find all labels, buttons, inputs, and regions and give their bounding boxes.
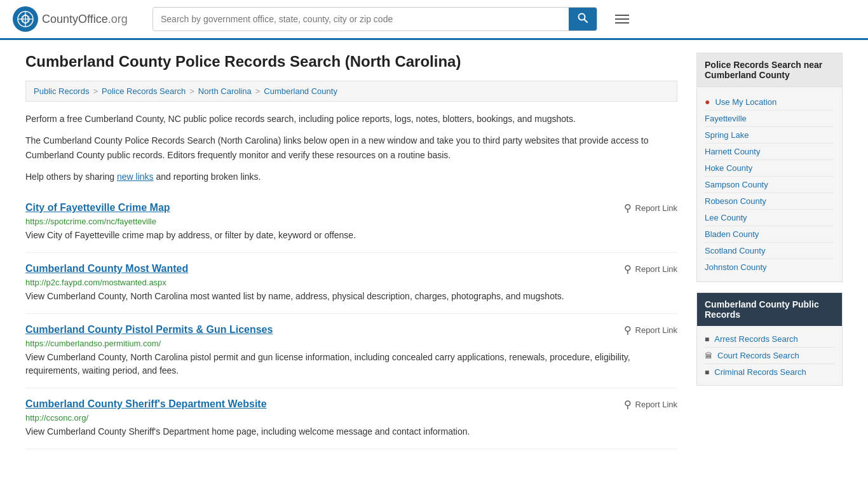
description-3: Help others by sharing new links and rep… — [25, 170, 677, 184]
result-title-2[interactable]: Cumberland County Pistol Permits & Gun L… — [25, 324, 273, 336]
sidebar-record-court[interactable]: 🏛 Court Records Search — [705, 348, 834, 364]
main-container: Cumberland County Police Records Search … — [0, 40, 868, 462]
report-link-btn-1[interactable]: ⚲ Report Link — [624, 263, 677, 275]
court-records-icon: 🏛 — [705, 351, 712, 360]
menu-icon-line1 — [615, 15, 629, 16]
breadcrumb-public-records[interactable]: Public Records — [34, 86, 89, 96]
sidebar-nearby-scotland[interactable]: Scotland County — [705, 243, 834, 259]
result-item-2: Cumberland County Pistol Permits & Gun L… — [25, 314, 677, 388]
result-url-2: https://cumberlandso.permitium.com/ — [25, 339, 677, 348]
sidebar-nearby-fayetteville[interactable]: Fayetteville — [705, 111, 834, 127]
result-desc-0: View City of Fayetteville crime map by a… — [25, 229, 677, 242]
new-links-link[interactable]: new links — [117, 172, 154, 182]
result-desc-1: View Cumberland County, North Carolina m… — [25, 290, 677, 303]
description-1: Perform a free Cumberland County, NC pub… — [25, 112, 677, 126]
menu-icon-line2 — [615, 18, 629, 20]
result-title-3[interactable]: Cumberland County Sheriff's Department W… — [25, 398, 267, 410]
report-icon-2: ⚲ — [624, 324, 632, 336]
content-area: Cumberland County Police Records Search … — [25, 53, 677, 449]
arrest-records-icon: ■ — [705, 335, 709, 344]
sidebar-nearby-bladen[interactable]: Bladen County — [705, 226, 834, 243]
sidebar-nearby-spring-lake[interactable]: Spring Lake — [705, 127, 834, 144]
result-item-1: Cumberland County Most Wanted ⚲ Report L… — [25, 253, 677, 314]
result-url-0: https://spotcrime.com/nc/fayetteville — [25, 217, 677, 226]
result-item-3: Cumberland County Sheriff's Department W… — [25, 388, 677, 449]
result-url-3: http://ccsonc.org/ — [25, 413, 677, 423]
description-2: The Cumberland County Police Records Sea… — [25, 133, 677, 162]
result-title-0[interactable]: City of Fayetteville Crime Map — [25, 202, 170, 214]
report-icon-1: ⚲ — [624, 263, 632, 275]
location-pin-icon: ● — [705, 97, 710, 107]
sidebar-record-criminal[interactable]: ■ Criminal Records Search — [705, 364, 834, 380]
breadcrumb-cumberland-county[interactable]: Cumberland County — [264, 86, 337, 96]
svg-line-6 — [585, 20, 588, 23]
sidebar-nearby-harnett[interactable]: Harnett County — [705, 144, 834, 160]
breadcrumb-police-records-search[interactable]: Police Records Search — [102, 86, 186, 96]
result-desc-2: View Cumberland County, North Carolina p… — [25, 351, 677, 377]
result-url-1: http://p2c.faypd.com/mostwanted.aspx — [25, 278, 677, 287]
report-icon-0: ⚲ — [624, 202, 632, 214]
sidebar-public-records-body: ■ Arrest Records Search 🏛 Court Records … — [697, 326, 842, 385]
criminal-records-icon: ■ — [705, 368, 709, 377]
sidebar-public-records-section: Cumberland County Public Records ■ Arres… — [696, 292, 843, 386]
sidebar-nearby-lee[interactable]: Lee County — [705, 210, 834, 226]
report-icon-3: ⚲ — [624, 398, 632, 410]
sidebar-nearby-johnston[interactable]: Johnston County — [705, 259, 834, 275]
sidebar-nearby-title: Police Records Search near Cumberland Co… — [697, 53, 842, 87]
sidebar-use-location[interactable]: ● Use My Location — [705, 93, 834, 111]
report-link-btn-0[interactable]: ⚲ Report Link — [624, 202, 677, 214]
menu-icon-line3 — [615, 22, 629, 24]
sidebar-nearby-sampson[interactable]: Sampson County — [705, 177, 834, 193]
sidebar-nearby-robeson[interactable]: Robeson County — [705, 193, 834, 210]
site-logo[interactable]: CountyOffice.org — [13, 6, 140, 32]
result-title-1[interactable]: Cumberland County Most Wanted — [25, 263, 188, 274]
sidebar: Police Records Search near Cumberland Co… — [696, 53, 843, 449]
use-location-link[interactable]: Use My Location — [715, 97, 776, 107]
breadcrumb-north-carolina[interactable]: North Carolina — [198, 86, 252, 96]
logo-name: CountyOffice.org — [42, 13, 128, 26]
results-list: City of Fayetteville Crime Map ⚲ Report … — [25, 192, 677, 449]
logo-icon — [13, 6, 38, 32]
search-bar — [153, 7, 597, 31]
sidebar-public-records-title: Cumberland County Public Records — [697, 293, 842, 326]
search-button[interactable] — [569, 8, 597, 30]
sidebar-record-arrest[interactable]: ■ Arrest Records Search — [705, 331, 834, 348]
report-link-btn-2[interactable]: ⚲ Report Link — [624, 324, 677, 336]
page-title: Cumberland County Police Records Search … — [25, 53, 677, 71]
result-item-0: City of Fayetteville Crime Map ⚲ Report … — [25, 192, 677, 253]
search-input[interactable] — [153, 9, 569, 29]
sidebar-nearby-body: ● Use My Location Fayetteville Spring La… — [697, 87, 842, 281]
sidebar-nearby-section: Police Records Search near Cumberland Co… — [696, 53, 843, 282]
result-desc-3: View Cumberland County Sheriff's Departm… — [25, 425, 677, 438]
menu-button[interactable] — [610, 12, 634, 26]
breadcrumb: Public Records > Police Records Search >… — [25, 81, 677, 102]
sidebar-nearby-hoke[interactable]: Hoke County — [705, 160, 834, 177]
report-link-btn-3[interactable]: ⚲ Report Link — [624, 398, 677, 410]
site-header: CountyOffice.org — [0, 0, 868, 40]
